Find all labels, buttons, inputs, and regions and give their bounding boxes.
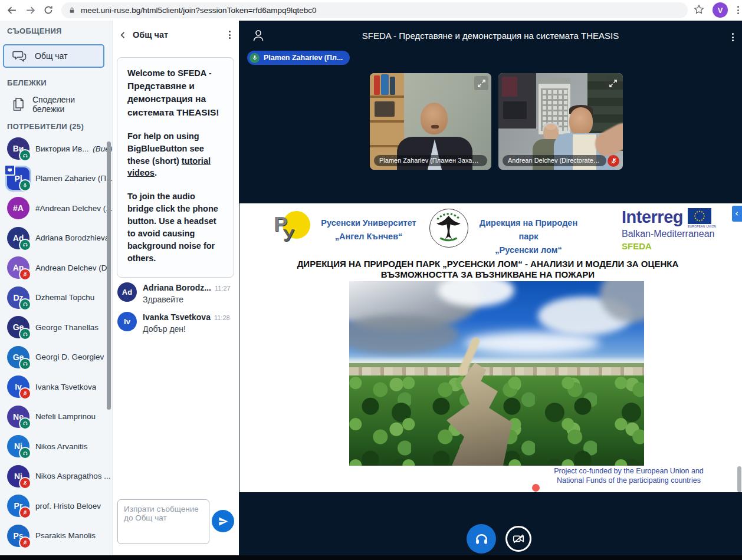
public-chat-label: Общ чат: [35, 51, 68, 61]
user-name: Georgi D. Georgiev: [35, 353, 104, 361]
user-list-item[interactable]: Pr prof. Hristo Beloev: [0, 491, 112, 521]
message-avatar: Iv: [117, 312, 137, 331]
messages-header: СЪОБЩЕНИЯ: [7, 27, 62, 35]
sfeda-label: SFEDA: [622, 241, 740, 251]
chat-messages: Ad Adriana Borodz...11:27 Здравейте Iv I…: [117, 282, 235, 341]
message-time: 11:27: [215, 285, 231, 292]
main-topbar: SFEDA - Представяне и демонстрация на си…: [239, 21, 742, 50]
listening-badge-icon: [19, 149, 31, 162]
message-input[interactable]: [117, 499, 209, 544]
person-silhouette: [569, 107, 593, 136]
chat-panel: Общ чат Welcome to SFEDA - Представяне и…: [112, 21, 239, 555]
main-options-icon[interactable]: [730, 31, 736, 44]
user-name: prof. Hristo Beloev: [35, 502, 101, 510]
user-list-item[interactable]: Ad Adriana Borodzhieva: [0, 223, 112, 253]
user-name: Nikos Aspragathos ...: [35, 472, 111, 480]
bottom-strip: [0, 555, 742, 560]
user-list-item[interactable]: Ge George Thanellas: [0, 312, 112, 342]
user-list-item[interactable]: #A #Andrean Delchev (...: [0, 193, 112, 223]
welcome-title-bold: Представяне и демонстрация на системата …: [127, 81, 219, 117]
user-list-item[interactable]: Ps Psarakis Manolis: [0, 521, 112, 551]
user-name: Andrean Delchev (D...: [35, 263, 112, 272]
listening-badge-icon: [19, 328, 31, 340]
webcam-toggle-button[interactable]: [505, 526, 531, 552]
listening-badge-icon: [19, 298, 31, 311]
interreg-program-name: Balkan-Mediterranean: [622, 229, 740, 239]
video-label: Andrean Delchev (Directorate of ...: [503, 155, 606, 166]
user-list-item[interactable]: Ne Nefeli Lamprinou: [0, 402, 112, 432]
user-name: Plamen Zahariev (П...: [35, 174, 112, 183]
message-time: 11:28: [214, 314, 230, 321]
chat-options-icon[interactable]: [226, 28, 233, 41]
user-avatar: Ви: [7, 137, 29, 160]
notes-header: БЕЛЕЖКИ: [7, 78, 47, 87]
send-icon: [218, 516, 229, 527]
refresh-icon[interactable]: [41, 3, 55, 17]
listening-badge-icon: [19, 358, 31, 370]
video-tile-plamen[interactable]: Plamen Zahariev (Пламен Захариев): [370, 73, 491, 170]
user-list-item[interactable]: Ви Виктория Ив... (Вие): [0, 134, 112, 164]
welcome-message: Welcome to SFEDA - Представяне и демонст…: [117, 57, 234, 278]
user-avatar: Ge: [7, 346, 29, 368]
chat-icon: [12, 49, 28, 63]
user-name: #Andrean Delchev (...: [35, 204, 112, 213]
sidebar-item-public-chat[interactable]: Общ чат: [3, 44, 104, 68]
browser-profile-avatar[interactable]: V: [713, 2, 728, 18]
meeting-title: SFEDA - Представяне и демонстрация на си…: [274, 31, 707, 41]
welcome-paragraph: To join the audio bridge click the phone…: [127, 190, 224, 264]
fullscreen-icon[interactable]: [474, 76, 488, 90]
fullscreen-icon[interactable]: [606, 76, 620, 90]
browser-menu-icon[interactable]: [737, 6, 739, 14]
participants-icon[interactable]: [251, 28, 265, 42]
user-name: Psarakis Manolis: [35, 531, 96, 540]
chevron-left-icon[interactable]: [119, 31, 127, 39]
user-list-item[interactable]: Ni Nikos Arvanitis: [0, 431, 112, 462]
user-list-item[interactable]: Dz Dzhemal Topchu: [0, 283, 112, 313]
lock-icon: [68, 6, 75, 14]
video-label: Plamen Zahariev (Пламен Захариев): [374, 155, 487, 166]
user-list-item[interactable]: An Andrean Delchev (D...: [0, 253, 112, 283]
camera-off-icon: [512, 532, 525, 545]
sidebar: СЪОБЩЕНИЯ Общ чат БЕЛЕЖКИ Споделени беле…: [0, 21, 112, 555]
listening-badge-icon: [19, 417, 31, 430]
nature-park-logo: [429, 209, 468, 248]
user-list-item[interactable]: Ge Georgi D. Georgiev: [0, 342, 112, 373]
presenter-badge: [4, 164, 15, 176]
chat-title: Общ чат: [133, 30, 168, 39]
chat-header: Общ чат: [119, 27, 233, 43]
presentation-slide: РУ Русенски Университет„Ангел Кънчев“ Ди…: [239, 203, 742, 492]
user-list-item[interactable]: Ni Nikos Aspragathos ...: [0, 462, 112, 492]
user-avatar: Ps: [7, 525, 29, 547]
user-list-scrollbar[interactable]: [107, 141, 111, 410]
listening-badge-icon: [19, 447, 31, 459]
muted-badge-icon: [19, 536, 31, 549]
mic-on-badge-icon: [19, 179, 31, 192]
park-directorate-name: Дирекция на Природен парк„Русенски лом“: [474, 216, 583, 258]
user-list-item[interactable]: Iv Ivanka Tsvetkova: [0, 372, 112, 402]
send-message-button[interactable]: [212, 510, 234, 532]
sidebar-item-shared-notes[interactable]: Споделени бележки: [3, 91, 104, 117]
notes-icon: [11, 97, 25, 112]
url-bar[interactable]: meet.uni-ruse.bg/html5client/join?sessio…: [61, 2, 688, 18]
main-area: SFEDA - Представяне и демонстрация на си…: [239, 21, 742, 555]
interreg-wordmark: Interreg: [622, 208, 683, 226]
user-list-item[interactable]: Pl Plamen Zahariev (П...: [0, 164, 112, 194]
video-tile-andrean[interactable]: Andrean Delchev (Directorate of ...: [498, 73, 623, 170]
toolbar-collapse-tab[interactable]: [732, 206, 742, 222]
chat-message: Ad Adriana Borodz...11:27 Здравейте: [117, 282, 235, 304]
university-name: Русенски Университет„Ангел Кънчев“: [315, 216, 422, 243]
welcome-paragraph: For help on using BigBlueButton see thes…: [127, 130, 224, 180]
user-avatar: Iv: [7, 375, 29, 398]
headphones-icon: [474, 532, 489, 546]
forward-icon[interactable]: [23, 3, 37, 17]
user-avatar: Pl: [7, 167, 29, 190]
slide-scrollbar[interactable]: [737, 466, 741, 492]
user-avatar: Ni: [7, 465, 29, 487]
message-avatar: Ad: [117, 282, 137, 302]
bookmark-star-icon[interactable]: [693, 4, 705, 15]
audio-join-button[interactable]: [467, 524, 496, 554]
talking-indicator[interactable]: Plamen Zahariev (Пл...: [247, 51, 350, 65]
back-icon[interactable]: [5, 3, 19, 17]
shared-notes-label: Споделени бележки: [32, 95, 104, 114]
slide-caption: Project co-funded by the European Union …: [499, 467, 742, 485]
